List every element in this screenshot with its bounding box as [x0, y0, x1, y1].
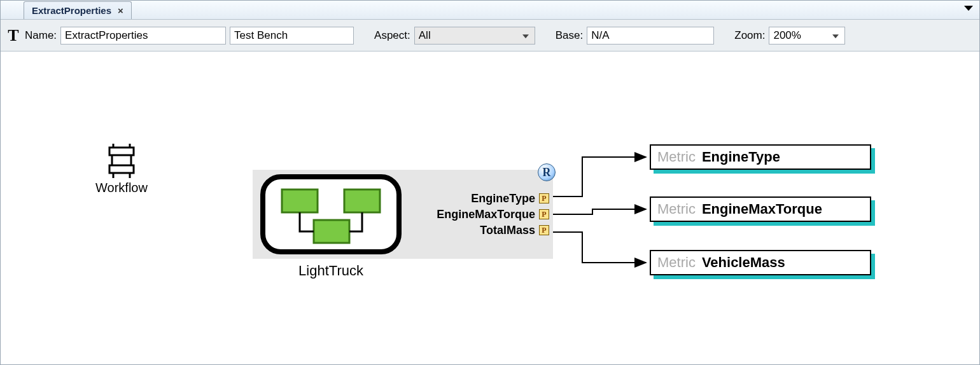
metric-prefix: Metric [657, 201, 696, 217]
toolbar: T Name: Aspect: All Base: Zoom: 200% [1, 20, 979, 52]
base-label: Base: [556, 29, 583, 42]
metric-vehiclemass[interactable]: Metric VehicleMass [650, 250, 875, 279]
metric-name: EngineMaxTorque [702, 201, 822, 217]
svg-rect-5 [109, 165, 134, 173]
diagram-canvas[interactable]: Workflow EngineType P [1, 52, 979, 364]
port-pad-icon: P [539, 193, 549, 203]
workflow-node[interactable]: Workflow [71, 144, 172, 195]
metric-enginetype[interactable]: Metric EngineType [650, 144, 875, 174]
svg-rect-9 [282, 189, 318, 212]
name-input[interactable] [60, 27, 226, 45]
app-window: ExtractProperties × T Name: Aspect: All … [0, 0, 980, 365]
base-input[interactable] [587, 27, 714, 45]
sut-icon [253, 170, 409, 259]
t-icon: T [6, 26, 21, 45]
tab-title: ExtractProperties [32, 5, 111, 16]
port-pad-icon: P [539, 209, 549, 219]
tab-extractproperties[interactable]: ExtractProperties × [24, 1, 132, 19]
aspect-label: Aspect: [374, 29, 410, 42]
metric-name: EngineType [702, 149, 780, 165]
metric-prefix: Metric [657, 149, 696, 165]
sut-label: LightTruck [253, 263, 409, 279]
svg-rect-2 [109, 148, 134, 155]
port-enginetype[interactable]: EngineType P [471, 192, 549, 205]
zoom-select[interactable]: 200% [769, 27, 845, 45]
tab-bar: ExtractProperties × [1, 1, 979, 20]
workflow-label: Workflow [95, 181, 148, 195]
metric-name: VehicleMass [702, 254, 785, 271]
metric-enginemaxtorque[interactable]: Metric EngineMaxTorque [650, 196, 875, 226]
type-input[interactable] [230, 27, 354, 45]
svg-rect-11 [314, 220, 349, 243]
port-enginemaxtorque[interactable]: EngineMaxTorque P [437, 208, 549, 221]
port-label: EngineType [471, 192, 535, 205]
svg-rect-10 [344, 189, 380, 212]
sut-port-list: EngineType P EngineMaxTorque P TotalMass… [409, 170, 553, 259]
sut-block[interactable]: EngineType P EngineMaxTorque P TotalMass… [253, 170, 553, 259]
port-label: TotalMass [480, 224, 535, 237]
reference-badge-icon: R [538, 163, 556, 181]
zoom-label: Zoom: [734, 29, 765, 42]
port-totalmass[interactable]: TotalMass P [480, 224, 549, 237]
workflow-icon [107, 144, 136, 178]
name-label: Name: [25, 29, 57, 42]
aspect-select[interactable]: All [414, 27, 535, 45]
close-icon[interactable]: × [118, 5, 123, 16]
port-pad-icon: P [539, 225, 549, 235]
port-label: EngineMaxTorque [437, 208, 535, 221]
metric-prefix: Metric [657, 254, 696, 271]
tab-menu-icon[interactable] [964, 6, 973, 11]
